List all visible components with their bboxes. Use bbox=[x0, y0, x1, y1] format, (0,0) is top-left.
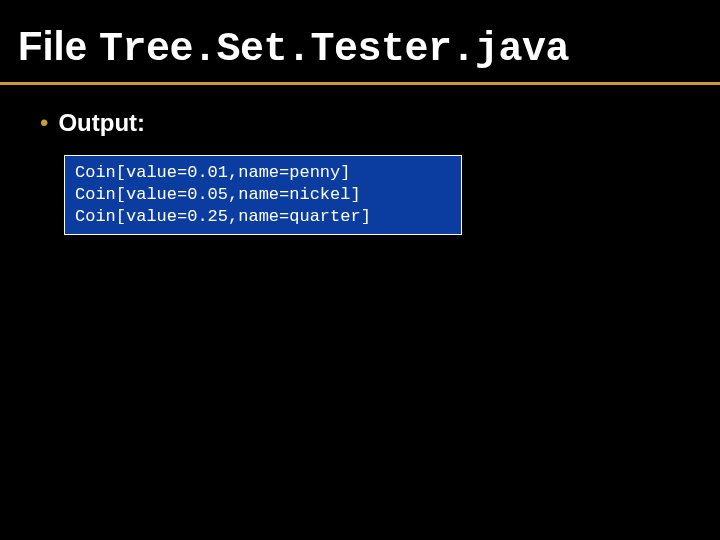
bullet-item: • Output: bbox=[40, 109, 680, 137]
output-line: Coin[value=0.01,name=penny] bbox=[75, 162, 451, 184]
output-box: Coin[value=0.01,name=penny] Coin[value=0… bbox=[64, 155, 462, 235]
title-filename: Tree.Set.Tester.java bbox=[99, 27, 569, 72]
bullet-label: Output: bbox=[58, 109, 145, 137]
title-area: File Tree.Set.Tester.java bbox=[0, 0, 720, 85]
title-prefix: File bbox=[18, 24, 87, 69]
bullet-marker: • bbox=[40, 109, 48, 137]
slide-title: File Tree.Set.Tester.java bbox=[18, 24, 702, 72]
slide: File Tree.Set.Tester.java • Output: Coin… bbox=[0, 0, 720, 540]
output-line: Coin[value=0.05,name=nickel] bbox=[75, 184, 451, 206]
output-line: Coin[value=0.25,name=quarter] bbox=[75, 206, 451, 228]
slide-body: • Output: Coin[value=0.01,name=penny] Co… bbox=[0, 85, 720, 235]
